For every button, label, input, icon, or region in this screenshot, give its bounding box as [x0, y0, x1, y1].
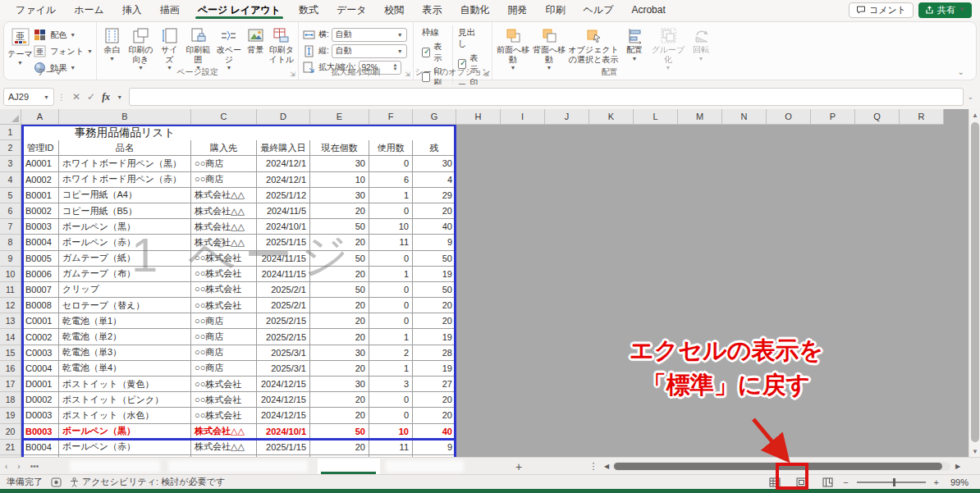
menu-tab-数式[interactable]: 数式	[290, 0, 327, 20]
cell[interactable]: B0004	[21, 440, 59, 455]
cell[interactable]: 1	[369, 361, 413, 377]
cell[interactable]: ○○株式会社	[191, 298, 257, 313]
cell[interactable]: 0	[369, 282, 413, 298]
cell[interactable]: ホワイトボード用ペン（黒）	[59, 156, 191, 171]
row-header-15[interactable]: 15	[0, 345, 21, 361]
menu-tab-自動化[interactable]: 自動化	[451, 0, 499, 20]
cell[interactable]: 2024/12/15	[257, 408, 310, 423]
cell[interactable]: 20	[413, 408, 456, 423]
cell[interactable]: 20	[310, 440, 369, 455]
sheet-title[interactable]: 事務用品備品リスト	[59, 125, 190, 140]
sheet-nav-right-icon[interactable]: ›	[12, 462, 25, 471]
cell[interactable]: ボールペン（黒）	[59, 219, 191, 235]
column-header-I[interactable]: I	[501, 109, 545, 125]
cell[interactable]: 20	[413, 392, 456, 408]
column-header-P[interactable]: P	[811, 109, 855, 125]
cell[interactable]: 10	[310, 172, 369, 188]
column-header-R[interactable]: R	[900, 109, 944, 125]
row-header-2[interactable]: 2	[0, 140, 21, 156]
row-header-14[interactable]: 14	[0, 329, 21, 345]
cell[interactable]: 0	[369, 408, 413, 423]
cell[interactable]: 20	[310, 329, 369, 345]
menu-tab-描画[interactable]: 描画	[151, 0, 189, 20]
cell[interactable]: A0002	[21, 172, 59, 188]
print-area-button[interactable]: 印刷範囲 ▼	[183, 25, 213, 71]
menu-tab-印刷[interactable]: 印刷	[537, 0, 575, 20]
cell[interactable]: 30	[310, 156, 369, 171]
cell[interactable]: 29	[413, 188, 456, 203]
cell[interactable]: A0001	[21, 156, 59, 171]
hscroll-left-icon[interactable]: ◀	[602, 458, 611, 475]
cell[interactable]: 2024/12/15	[257, 392, 310, 408]
cell[interactable]: ○○株式会社	[191, 282, 257, 298]
zoom-in-icon[interactable]: +	[934, 477, 939, 487]
cell[interactable]: 残	[413, 140, 456, 156]
cell[interactable]: 購入先	[191, 140, 257, 156]
row-header-17[interactable]: 17	[0, 377, 21, 392]
row-header-11[interactable]: 11	[0, 282, 21, 298]
cell[interactable]: 2	[369, 345, 413, 361]
cell[interactable]: ○○商店	[191, 313, 257, 329]
theme-fonts-button[interactable]: 亜 フォント▼	[33, 44, 93, 58]
cell[interactable]: 2025/2/1	[257, 298, 310, 313]
cell[interactable]: ○○株式会社	[191, 392, 257, 408]
cell[interactable]: ○○商店	[191, 361, 257, 377]
cell[interactable]: コピー用紙（A4）	[59, 188, 191, 203]
cell[interactable]: 20	[310, 361, 369, 377]
cell[interactable]: ○○商店	[191, 156, 257, 171]
row-header-3[interactable]: 3	[0, 156, 21, 171]
cell[interactable]: コピー用紙（B5）	[59, 203, 191, 219]
cell[interactable]: 2024/11/5	[257, 203, 310, 219]
cell[interactable]: 2025/1/12	[257, 188, 310, 203]
cell[interactable]: 2024/10/1	[257, 219, 310, 235]
column-header-F[interactable]: F	[369, 109, 413, 125]
margins-button[interactable]: 余白 ▼	[100, 25, 124, 62]
add-sheet-button[interactable]: +	[511, 458, 527, 475]
cell[interactable]: 2024/12/1	[257, 156, 310, 171]
cell[interactable]: 株式会社△△	[191, 440, 257, 455]
cell[interactable]: 0	[369, 251, 413, 267]
cell[interactable]: 2025/3/1	[257, 361, 310, 377]
cell[interactable]: 40	[413, 424, 456, 440]
menu-tab-開発[interactable]: 開発	[499, 0, 537, 20]
cell[interactable]: 4	[413, 172, 456, 188]
cell[interactable]: 株式会社△△	[191, 424, 257, 440]
menu-tab-挿入[interactable]: 挿入	[113, 0, 151, 20]
menu-tab-校閲[interactable]: 校閲	[376, 0, 414, 20]
gridlines-view-checkbox[interactable]: 表示	[422, 41, 447, 64]
cell[interactable]: 28	[413, 345, 456, 361]
orientation-button[interactable]: 印刷の向き ▼	[126, 25, 156, 71]
sheet-tab-blurred[interactable]	[70, 460, 160, 472]
zoom-slider[interactable]	[857, 482, 926, 483]
drag-handle-icon[interactable]: ⋮	[57, 93, 66, 102]
cell[interactable]: D0002	[21, 392, 59, 408]
cell[interactable]: 30	[413, 156, 456, 171]
row-header-8[interactable]: 8	[0, 235, 21, 250]
fit-width-select[interactable]: 自動▼	[332, 28, 407, 42]
cell[interactable]: B0003	[21, 424, 59, 440]
vertical-scroll-thumb[interactable]	[971, 122, 979, 442]
cell[interactable]: 乾電池（単1）	[59, 313, 191, 329]
column-header-B[interactable]: B	[59, 109, 191, 125]
cell[interactable]: 50	[413, 251, 456, 267]
cell[interactable]: C0002	[21, 329, 59, 345]
cell[interactable]: 2024/12/1	[257, 172, 310, 188]
send-backward-button[interactable]: 背面へ移動 ▼	[532, 25, 566, 71]
row-header-10[interactable]: 10	[0, 267, 21, 282]
row-header-16[interactable]: 16	[0, 361, 21, 377]
cell[interactable]: B0002	[21, 203, 59, 219]
cell[interactable]: 2024/11/15	[257, 251, 310, 267]
cell[interactable]: ホワイトボード用ペン（赤）	[59, 172, 191, 188]
cancel-icon[interactable]: ✕	[72, 91, 80, 103]
cell[interactable]: 20	[413, 313, 456, 329]
cell[interactable]: B0006	[21, 267, 59, 282]
cell[interactable]: B0001	[21, 188, 59, 203]
column-header-L[interactable]: L	[634, 109, 678, 125]
cell[interactable]: 20	[310, 298, 369, 313]
cell[interactable]: ボールペン（黒）	[59, 424, 191, 440]
cell[interactable]: 2025/2/1	[257, 282, 310, 298]
row-header-21[interactable]: 21	[0, 440, 21, 455]
size-button[interactable]: サイズ ▼	[158, 25, 181, 71]
cell[interactable]: ポストイット（黄色）	[59, 377, 191, 392]
row-header-1[interactable]: 1	[0, 125, 21, 140]
